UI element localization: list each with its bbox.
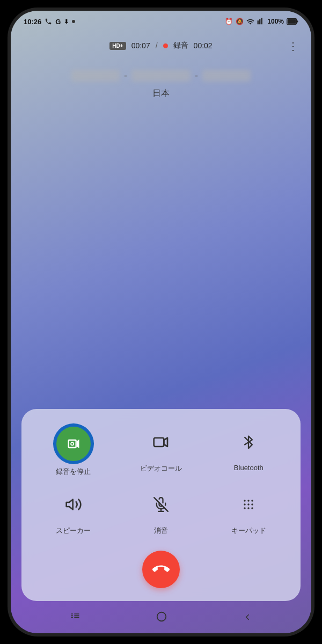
svg-rect-6 <box>154 438 164 447</box>
call-duration: 00:07 <box>131 41 150 50</box>
speaker-label: スピーカー <box>56 526 91 536</box>
battery-icon <box>287 18 298 25</box>
signal-icon <box>257 18 265 25</box>
wifi-icon <box>246 18 254 26</box>
status-bar: 10:26 G ⬇ ⏰ 🔕 100% <box>11 11 311 32</box>
number-segment-1 <box>71 70 120 82</box>
svg-point-5 <box>71 443 74 445</box>
battery-display: 100% <box>267 18 284 25</box>
mute-icon <box>144 487 178 522</box>
country-label: 日本 <box>152 88 170 99</box>
rec-duration: 00:02 <box>194 41 213 50</box>
hd-badge: HD+ <box>109 42 126 50</box>
svg-rect-1 <box>288 19 296 24</box>
svg-point-18 <box>248 507 250 509</box>
controls-grid: 録音を停止 ビデオコール Bluetoot <box>32 425 290 536</box>
record-label: 録音を停止 <box>56 467 91 477</box>
mute-button[interactable]: 消音 <box>120 487 202 536</box>
g-icon: G <box>55 18 61 26</box>
keypad-icon <box>231 487 266 522</box>
end-call-area <box>32 551 290 588</box>
record-button[interactable]: 録音を停止 <box>32 425 114 477</box>
svg-point-11 <box>244 500 246 502</box>
video-label: ビデオコール <box>140 464 182 473</box>
status-right: ⏰ 🔕 100% <box>225 18 298 26</box>
back-button[interactable] <box>243 611 252 625</box>
home-button[interactable] <box>156 611 167 626</box>
keypad-button[interactable]: キーパッド <box>208 487 290 536</box>
video-icon <box>144 425 178 459</box>
dot-icon <box>72 20 75 23</box>
rec-label: 録音 <box>173 41 188 50</box>
more-options-button[interactable]: ⋮ <box>288 40 298 53</box>
phone-number-area: - - 日本 <box>11 70 311 99</box>
silent-icon: 🔕 <box>236 18 244 25</box>
svg-point-12 <box>248 500 250 502</box>
speaker-button[interactable]: スピーカー <box>32 487 114 536</box>
svg-point-13 <box>252 500 254 502</box>
video-call-button[interactable]: ビデオコール <box>120 425 202 477</box>
bluetooth-label: Bluetooth <box>234 464 264 472</box>
record-icon <box>55 425 92 463</box>
bluetooth-button[interactable]: Bluetooth <box>208 425 290 477</box>
download-icon: ⬇ <box>64 18 69 25</box>
status-left: 10:26 G ⬇ <box>24 18 75 26</box>
rec-dot <box>163 43 168 48</box>
svg-point-17 <box>244 507 246 509</box>
svg-point-14 <box>244 503 246 506</box>
time-display: 10:26 <box>24 18 41 26</box>
bluetooth-icon <box>231 425 266 459</box>
svg-marker-7 <box>66 500 72 510</box>
alarm-status-icon: ⏰ <box>225 18 233 25</box>
svg-point-15 <box>248 503 250 506</box>
separator: / <box>156 41 158 50</box>
number-segment-2 <box>131 70 191 82</box>
speaker-icon <box>56 487 91 522</box>
blurred-number: - - <box>71 70 251 82</box>
end-call-button[interactable] <box>142 551 180 588</box>
svg-point-19 <box>252 507 254 509</box>
nav-bar <box>11 603 311 633</box>
call-icon <box>45 18 52 25</box>
svg-point-16 <box>252 503 254 506</box>
phone-frame: 10:26 G ⬇ ⏰ 🔕 100% HD+ 00:07 / 録音 00:02 … <box>11 11 311 633</box>
number-segment-3 <box>202 70 251 82</box>
call-bar: HD+ 00:07 / 録音 00:02 <box>11 35 311 56</box>
keypad-label: キーパッド <box>231 526 266 536</box>
svg-point-26 <box>157 612 166 621</box>
call-controls-panel: 録音を停止 ビデオコール Bluetoot <box>21 409 301 601</box>
recent-apps-button[interactable] <box>70 611 80 625</box>
mute-label: 消音 <box>154 526 168 536</box>
